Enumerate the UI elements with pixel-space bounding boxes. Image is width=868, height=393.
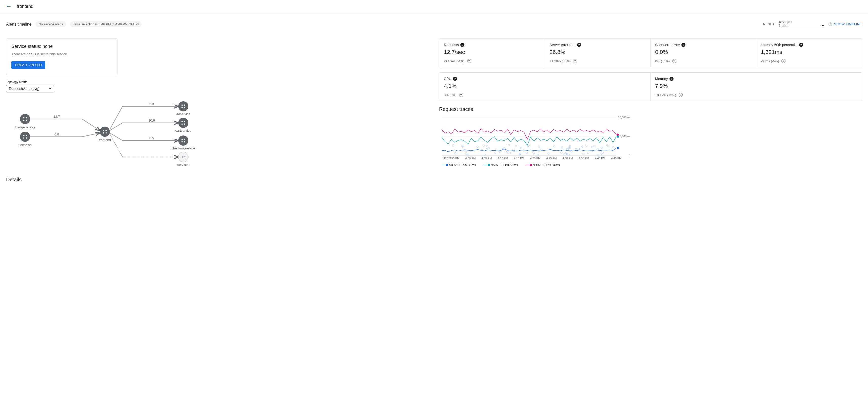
legend-item: 95%: 3,888.53ms [484,163,518,167]
svg-text:4:10 PM: 4:10 PM [498,157,508,160]
svg-point-82 [583,153,584,155]
svg-point-39 [184,141,185,143]
svg-text:5,000ms: 5,000ms [620,135,630,138]
svg-point-8 [23,120,25,121]
svg-text:checkoutservice: checkoutservice [172,146,195,150]
request-traces-chart[interactable]: 10,000ms 5,000ms 0 UTC-8 3:55 PM4:00 PM4… [439,115,862,167]
svg-point-59 [538,150,540,152]
svg-point-125 [505,150,507,152]
create-slo-button[interactable]: CREATE AN SLO [11,61,45,69]
svg-point-5 [20,114,30,124]
metric-value: 4.1% [444,83,646,89]
legend-value: 6,179.84ms [542,163,560,167]
svg-point-11 [20,132,30,142]
legend-value: 3,888.53ms [501,163,518,167]
svg-point-25 [184,104,185,106]
svg-point-99 [601,147,602,149]
node-cartservice[interactable]: cartservice [176,118,191,132]
help-icon[interactable]: ? [460,43,464,47]
svg-text:10,000ms: 10,000ms [618,116,630,119]
svg-point-93 [597,154,598,156]
svg-point-13 [26,135,27,136]
svg-text:0.5: 0.5 [149,136,154,140]
svg-point-18 [103,130,104,131]
svg-point-38 [182,141,183,143]
help-outline-icon[interactable]: ? [781,59,785,63]
svg-point-76 [563,153,565,155]
chevron-down-icon [49,88,52,89]
svg-text:4:35 PM: 4:35 PM [579,157,589,160]
svg-point-23 [178,101,188,112]
metric-value: 7.9% [655,83,857,89]
show-timeline-button[interactable]: 🕐 SHOW TIMELINE [828,22,862,26]
svg-point-121 [593,145,595,147]
topology-metric-label: Topology Metric [6,80,429,84]
help-icon[interactable]: ? [577,43,581,47]
svg-point-106 [532,151,534,153]
topology-diagram: 12.7 0.0 5.3 10.6 0.5 loadgenerator [6,97,429,169]
timespan-label: Time Span [779,21,824,24]
svg-point-14 [23,138,25,139]
help-icon[interactable]: ? [681,43,685,47]
status-desc: There are no SLOs set for this service. [11,52,112,56]
metric-title: Requests [444,43,459,47]
svg-point-109 [533,153,535,155]
service-status-card: Service status: none There are no SLOs s… [6,38,118,75]
help-icon[interactable]: ? [670,77,674,81]
svg-text:services: services [177,163,189,167]
node-more-services[interactable]: +5 services [177,152,189,167]
reset-button[interactable]: RESET [763,22,775,26]
node-checkoutservice[interactable]: checkoutservice [172,135,195,150]
svg-point-80 [495,152,496,153]
node-unknown[interactable]: unknown [19,132,32,147]
help-outline-icon[interactable]: ? [459,93,463,97]
svg-text:3:55 PM: 3:55 PM [449,157,460,160]
help-outline-icon[interactable]: ? [573,59,577,63]
node-frontend[interactable]: frontend [99,127,111,142]
metrics-row-2: CPU? 4.1% 0% (0%)? Memory? 7.9% +0.17% (… [439,72,862,101]
svg-point-103 [582,146,583,147]
svg-point-61 [560,152,562,153]
timespan-select[interactable]: Time Span 1 hour [779,20,824,28]
svg-text:10.6: 10.6 [148,119,155,122]
request-traces-title: Request traces [439,107,862,112]
svg-point-133 [538,146,540,147]
topology-metric-select[interactable]: Requests/sec (avg) [6,85,54,92]
metric-title: Latency 50th percentile [761,43,798,47]
back-arrow-icon[interactable]: ← [6,3,12,10]
legend-item: 50%: 1,295.36ms [442,163,476,167]
svg-text:frontend: frontend [99,138,111,142]
svg-point-78 [520,147,522,149]
node-loadgenerator[interactable]: loadgenerator [15,114,35,129]
svg-point-132 [586,145,587,147]
help-icon[interactable]: ? [799,43,803,47]
help-outline-icon[interactable]: ? [679,93,683,97]
svg-point-37 [184,139,185,140]
svg-point-31 [184,121,185,122]
svg-text:0: 0 [629,154,630,157]
legend-marker-icon [525,165,531,165]
svg-point-12 [23,135,25,136]
svg-point-17 [100,127,110,137]
metric-delta: -0.1/sec (-1%) [444,59,465,63]
clock-icon: 🕐 [828,22,833,26]
legend-marker-icon [442,165,447,165]
metric-delta: +0.17% (+2%) [655,93,676,97]
metric-value: 1,321ms [761,49,857,56]
help-icon[interactable]: ? [453,77,457,81]
help-outline-icon[interactable]: ? [467,59,471,63]
show-timeline-label: SHOW TIMELINE [834,22,862,26]
svg-point-62 [523,150,524,151]
svg-point-84 [462,146,464,148]
metric-title: CPU [444,77,452,81]
svg-point-89 [488,147,490,149]
svg-point-126 [579,148,581,150]
topology-metric-value: Requests/sec (avg) [9,87,39,91]
svg-point-36 [182,139,183,140]
svg-text:4:15 PM: 4:15 PM [514,157,524,160]
help-outline-icon[interactable]: ? [672,59,676,63]
node-adservice[interactable]: adservice [176,101,190,116]
svg-point-108 [515,145,517,147]
svg-text:adservice: adservice [176,112,190,116]
svg-text:0.0: 0.0 [55,132,59,136]
